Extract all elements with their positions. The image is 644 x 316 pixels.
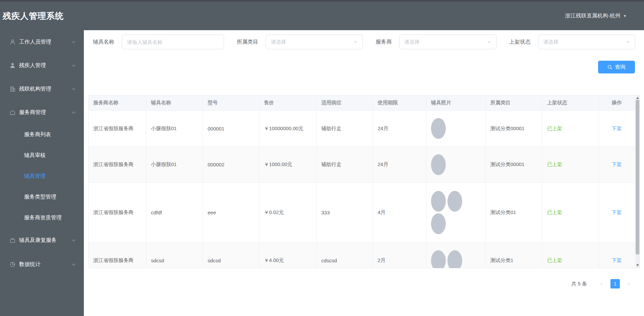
pagination-total: 共 5 条	[571, 281, 587, 287]
org-selector-label: 浙江残联直属机构-杭州	[565, 12, 621, 19]
take-down-link[interactable]: 下架	[612, 209, 622, 216]
page-title: 残疾人管理系统	[3, 10, 64, 21]
shelf-status-label: 上架状态	[509, 39, 531, 46]
sidebar-item-provider-management[interactable]: 服务商管理	[0, 101, 84, 124]
scroll-down-arrow-icon[interactable]	[636, 264, 639, 266]
chevron-down-icon	[71, 63, 76, 68]
cell-provider: 浙江省假肢服务商	[89, 183, 146, 243]
sidebar-item-aid-review[interactable]: 辅具审核	[0, 145, 84, 166]
cell-model: 000001	[203, 111, 259, 147]
cell-provider: 浙江省假肢服务商	[89, 147, 146, 183]
filter-category: 所属类目 请选择	[237, 35, 363, 49]
sidebar: 工作人员管理 残疾人管理 残联机构管理 服务商管理 服务商列表 辅具审核 辅具管…	[0, 30, 84, 316]
aid-name-label: 辅具名称	[93, 39, 114, 46]
provider-select-placeholder: 请选择	[405, 39, 420, 45]
take-down-link[interactable]: 下架	[612, 257, 622, 264]
table-scrollbar[interactable]	[635, 95, 640, 268]
sidebar-item-aid-management-active[interactable]: 辅具管理	[0, 166, 84, 187]
column-header: 使用期限	[373, 95, 426, 111]
cell-photos	[426, 147, 486, 183]
sidebar-item-statistics[interactable]: 数据统计	[0, 252, 84, 276]
cell-photos	[426, 111, 486, 147]
cell-aid-name: 小腿假肢01	[146, 111, 203, 147]
cell-model: 000002	[203, 147, 259, 183]
scrollbar-thumb[interactable]	[636, 100, 639, 254]
top-strip	[0, 0, 644, 2]
org-selector[interactable]: 浙江残联直属机构-杭州 ▼	[565, 12, 627, 19]
cell-photos	[426, 243, 486, 268]
column-header: 适用病症	[317, 95, 373, 111]
column-header: 型号	[203, 95, 259, 111]
status-badge: 已上架	[542, 243, 599, 268]
cell-disease: 333	[317, 183, 373, 243]
cell-category: 测试分类1	[486, 243, 542, 268]
sidebar-item-label: 数据统计	[19, 261, 71, 268]
table-row: 浙江省假肢服务商 cdfdf eee ￥0.02元 333 4月 测试分类01 …	[89, 183, 635, 243]
sidebar-item-provider-qualification[interactable]: 服务商资质管理	[0, 207, 84, 228]
cell-aid-name: sdcsd	[146, 243, 203, 268]
chevron-down-icon	[487, 40, 491, 44]
chevron-down-icon	[354, 40, 358, 44]
table-header-row: 服务商名称 辅具名称 型号 售价 适用病症 使用期限 辅具照片 所属类目 上架状…	[89, 95, 635, 111]
page-1-button[interactable]: 1	[610, 279, 620, 288]
chevron-down-icon	[71, 238, 76, 243]
briefcase-icon	[9, 237, 16, 244]
chevron-down-icon	[71, 40, 76, 44]
aid-photo	[447, 191, 462, 212]
search-button[interactable]: 查询	[598, 61, 635, 73]
aid-photo	[431, 118, 446, 139]
building-icon	[9, 86, 16, 92]
sidebar-item-aid-rehab-service[interactable]: 辅具及康复服务	[0, 228, 84, 252]
user-outline-icon	[9, 39, 16, 45]
sidebar-item-label: 辅具及康复服务	[19, 237, 71, 244]
shelf-status-select-placeholder: 请选择	[543, 39, 558, 45]
sidebar-item-service-type-management[interactable]: 服务类型管理	[0, 187, 84, 207]
scroll-up-arrow-icon[interactable]	[636, 97, 639, 99]
sidebar-item-disabled-management[interactable]: 残疾人管理	[0, 54, 84, 77]
aid-name-input[interactable]	[122, 35, 224, 49]
take-down-link[interactable]: 下架	[612, 161, 622, 168]
search-button-label: 查询	[615, 64, 626, 71]
shelf-status-select[interactable]: 请选择	[538, 35, 635, 49]
column-header: 辅具照片	[426, 95, 486, 111]
cell-provider: 浙江省假肢服务商	[89, 243, 146, 268]
take-down-link[interactable]: 下架	[612, 125, 622, 132]
chevron-down-icon	[71, 262, 76, 267]
cell-aid-name: cdfdf	[146, 183, 203, 243]
cell-aid-name: 小腿假肢01	[146, 147, 203, 183]
next-page-button[interactable]: ›	[624, 281, 634, 287]
chevron-down-icon	[71, 87, 76, 91]
prev-page-button[interactable]: ‹	[596, 281, 606, 287]
status-badge: 已上架	[542, 111, 599, 147]
user-solid-icon	[9, 62, 16, 69]
cell-model: eee	[203, 183, 259, 243]
cell-price: ￥1000.00元	[259, 147, 317, 183]
cell-category: 测试分类00001	[486, 111, 542, 147]
table-row: 浙江省假肢服务商 sdcsd sdcsd ￥4.00元 cdscsd 2月 测试…	[89, 243, 635, 268]
search-icon	[607, 65, 612, 70]
sidebar-item-staff-management[interactable]: 工作人员管理	[0, 30, 84, 54]
column-header: 所属类目	[486, 95, 542, 111]
filter-shelf-status: 上架状态 请选择	[509, 35, 635, 49]
filter-bar: 辅具名称 所属类目 请选择 服务商 请选择 上架状态 请选择	[93, 35, 635, 49]
aid-photo	[431, 213, 446, 234]
pagination: 共 5 条 ‹ 1 ›	[84, 279, 634, 288]
column-header: 辅具名称	[146, 95, 203, 111]
cell-price: ￥10000000.00元	[259, 111, 317, 147]
provider-label: 服务商	[376, 39, 392, 46]
cell-price: ￥4.00元	[259, 243, 317, 268]
category-select[interactable]: 请选择	[266, 35, 363, 49]
filter-aid-name: 辅具名称	[93, 35, 224, 49]
cell-period: 24月	[373, 111, 426, 147]
sidebar-item-organization-management[interactable]: 残联机构管理	[0, 77, 84, 101]
sidebar-item-provider-list[interactable]: 服务商列表	[0, 124, 84, 145]
home-icon	[9, 109, 16, 116]
cell-disease: 辅助行走	[317, 147, 373, 183]
status-badge: 已上架	[542, 183, 599, 243]
column-header: 服务商名称	[89, 95, 146, 111]
cell-model: sdcsd	[203, 243, 259, 268]
cell-disease: 辅助行走	[317, 111, 373, 147]
aid-photo	[431, 191, 446, 212]
cell-category: 测试分类00001	[486, 147, 542, 183]
provider-select[interactable]: 请选择	[399, 35, 496, 49]
